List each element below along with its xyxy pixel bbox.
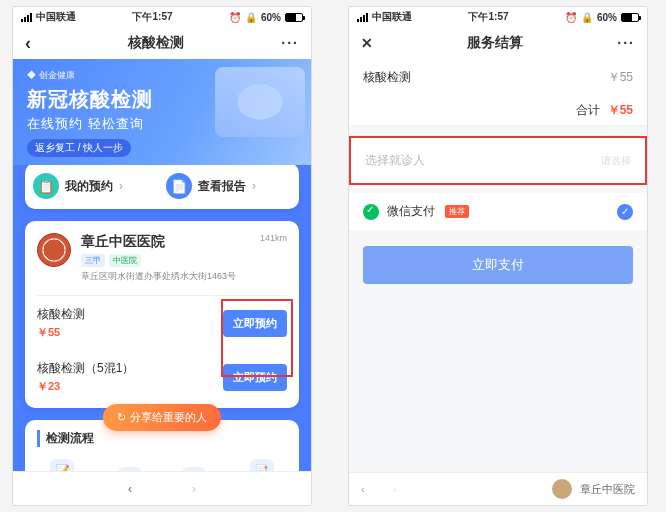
book-now-button[interactable]: 立即预约: [223, 364, 287, 391]
nav-back[interactable]: ‹: [361, 483, 365, 495]
alarm-icon: ⏰: [229, 12, 241, 23]
page-title: 服务结算: [373, 34, 617, 52]
status-bar: 中国联通 下午1:57 ⏰ 🔒 60%: [13, 7, 311, 27]
more-button[interactable]: ···: [617, 35, 635, 51]
hospital-level-tag: 三甲: [81, 254, 105, 267]
nav-forward[interactable]: ›: [393, 483, 397, 495]
recommend-badge: 推荐: [445, 205, 469, 218]
hospital-distance: 141km: [260, 233, 287, 283]
radio-selected-icon: [617, 204, 633, 220]
carrier: 中国联通: [36, 10, 76, 24]
order-item: 核酸检测 ￥55: [349, 59, 647, 96]
footer-bar: ‹ › 章丘中医院: [349, 472, 647, 505]
share-button[interactable]: ↻ 分享给重要的人: [103, 404, 221, 431]
item-name: 核酸检测: [363, 69, 411, 86]
tube-icon: 🧪: [118, 467, 142, 472]
process-step: 🧪: [118, 467, 142, 472]
hospital-address: 章丘区明水街道办事处绣水大街1463号: [81, 270, 250, 283]
document-icon: 📑: [250, 459, 274, 471]
alarm-icon: ⏰: [565, 12, 577, 23]
left-phone: 中国联通 下午1:57 ⏰ 🔒 60% ‹ 核酸检测 ··· ◆ 创金健康 新冠…: [12, 6, 312, 506]
brand-logo: ◆ 创金健康: [27, 69, 297, 82]
book-now-button[interactable]: 立即预约: [223, 310, 287, 337]
chevron-right-icon: ›: [252, 179, 256, 193]
process-step: ⚗️: [182, 467, 206, 472]
quick-actions: 📋 我的预约 › 📄 查看报告 ›: [25, 163, 299, 209]
close-button[interactable]: ✕: [361, 35, 373, 51]
right-body: 核酸检测 ￥55 合计 ￥55 选择就诊人 请选择 微信支付 推荐 立即支付 ‹…: [349, 59, 647, 505]
banner-tag: 返乡复工 / 快人一步: [27, 139, 131, 157]
wechat-pay-option[interactable]: 微信支付 推荐: [349, 193, 647, 230]
rotation-lock-icon: 🔒: [245, 12, 257, 23]
process-title: 检测流程: [37, 430, 287, 447]
service-name: 核酸检测: [37, 306, 85, 323]
service-price: ￥23: [37, 379, 134, 394]
bottom-nav: ‹ ›: [13, 471, 311, 505]
nav-header: ✕ 服务结算 ···: [349, 27, 647, 59]
report-label: 查看报告: [198, 178, 246, 195]
nav-back[interactable]: ‹: [128, 482, 132, 496]
left-body: ◆ 创金健康 新冠核酸检测 在线预约 轻松查询 返乡复工 / 快人一步 📋 我的…: [13, 59, 311, 471]
clock: 下午1:57: [132, 10, 172, 24]
right-phone: 中国联通 下午1:57 ⏰ 🔒 60% ✕ 服务结算 ··· 核酸检测 ￥55 …: [348, 6, 648, 506]
flask-icon: ⚗️: [182, 467, 206, 472]
rotation-lock-icon: 🔒: [581, 12, 593, 23]
clock: 下午1:57: [468, 10, 508, 24]
page-title: 核酸检测: [31, 34, 281, 52]
share-icon: ↻: [117, 411, 126, 424]
process-step: 📝 线上预约: [46, 459, 78, 471]
service-price: ￥55: [37, 325, 85, 340]
carrier: 中国联通: [372, 10, 412, 24]
total-amount: ￥55: [608, 102, 633, 119]
signal-icon: [21, 13, 32, 22]
status-bar: 中国联通 下午1:57 ⏰ 🔒 60%: [349, 7, 647, 27]
hospital-card: 章丘中医医院 三甲 中医院 章丘区明水街道办事处绣水大街1463号 141km …: [25, 221, 299, 408]
my-appt-label: 我的预约: [65, 178, 113, 195]
account-name: 章丘中医院: [580, 482, 635, 497]
hospital-type-tag: 中医院: [109, 254, 141, 267]
nav-forward[interactable]: ›: [192, 482, 196, 496]
process-step: 📑 出具报告: [246, 459, 278, 471]
service-name: 核酸检测（5混1）: [37, 360, 134, 377]
chevron-right-icon: ›: [119, 179, 123, 193]
pay-now-button[interactable]: 立即支付: [363, 246, 633, 284]
signal-icon: [357, 13, 368, 22]
battery-icon: [285, 13, 303, 22]
select-patient-button[interactable]: 选择就诊人 请选择: [349, 136, 647, 185]
clipboard-icon: 📝: [50, 459, 74, 471]
total-label: 合计: [576, 102, 600, 119]
nav-header: ‹ 核酸检测 ···: [13, 27, 311, 59]
select-patient-hint: 请选择: [601, 154, 631, 168]
report-icon: 📄: [166, 173, 192, 199]
battery-icon: [621, 13, 639, 22]
wechat-pay-label: 微信支付: [387, 203, 435, 220]
hospital-name: 章丘中医医院: [81, 233, 250, 251]
hospital-logo: [37, 233, 71, 267]
service-row: 核酸检测（5混1） ￥23 立即预约: [37, 350, 287, 404]
account-avatar[interactable]: [552, 479, 572, 499]
wechat-icon: [363, 204, 379, 220]
service-row: 核酸检测 ￥55 立即预约: [37, 296, 287, 350]
battery-pct: 60%: [597, 12, 617, 23]
select-patient-label: 选择就诊人: [365, 152, 425, 169]
view-report-button[interactable]: 📄 查看报告 ›: [166, 173, 291, 199]
my-appointments-button[interactable]: 📋 我的预约 ›: [33, 173, 158, 199]
battery-pct: 60%: [261, 12, 281, 23]
calendar-icon: 📋: [33, 173, 59, 199]
share-label: 分享给重要的人: [130, 410, 207, 425]
banner: ◆ 创金健康 新冠核酸检测 在线预约 轻松查询 返乡复工 / 快人一步: [13, 59, 311, 165]
item-price: ￥55: [608, 69, 633, 86]
total-row: 合计 ￥55: [349, 96, 647, 126]
more-button[interactable]: ···: [281, 35, 299, 51]
